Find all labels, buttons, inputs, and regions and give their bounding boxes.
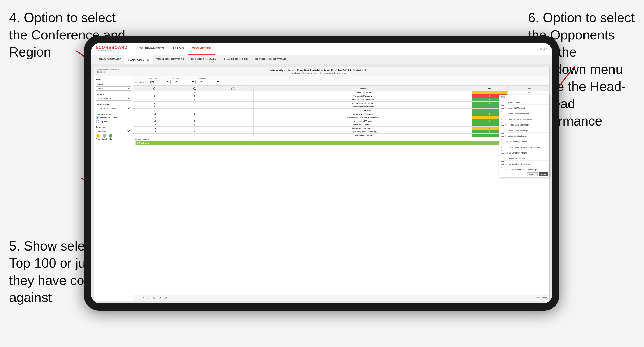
table-row[interactable]: 14 2 University of Oklahoma 2 2: [133, 127, 549, 130]
dropdown-item-text: 2. Auburn University: [505, 101, 524, 104]
cancel-button[interactable]: Cancel: [527, 172, 538, 176]
dropdown-item-text: 9. University of Arizona: [505, 135, 526, 137]
gender-dropdown[interactable]: Men's: [96, 86, 131, 91]
dropdown-item[interactable]: 8. University of Washington: [499, 127, 549, 133]
bottom-toolbar: ↩ ↪ ↻ ⊕ ⚙ ⏱ View: Original: [133, 295, 549, 301]
td-conf: [213, 112, 254, 116]
dropdown-item[interactable]: 10. University of Alabama: [499, 138, 549, 144]
td-win: 2: [472, 91, 508, 94]
table-row[interactable]: 11 6 University of Arkansas, Fayettevill…: [133, 116, 549, 119]
dropdown-item-text: 12. University of Virginia: [505, 152, 527, 154]
filters-row: Opponents: Conference (All) Region (: [133, 76, 549, 85]
dropdown-item[interactable]: 2. Auburn University: [499, 99, 549, 105]
tablet-screen: 5COREBOARD Powered by Cloud TOURNAMENTS …: [91, 43, 552, 303]
subnav-player-summary[interactable]: PLAYER SUMMARY: [188, 55, 220, 64]
nav-teams[interactable]: TEAMS: [168, 43, 188, 55]
td-rank: 14: [133, 127, 176, 130]
table-row[interactable]: 13 1 Texas Tech University 3 0: [133, 123, 549, 127]
td-reg: 4: [176, 130, 213, 134]
td-reg: 3: [176, 109, 213, 112]
table-row[interactable]: 3 2 Vanderbilt University 0 4: [133, 94, 549, 98]
nav-tournaments[interactable]: TOURNAMENTS: [135, 43, 169, 55]
th-reg: #Reg: [176, 86, 213, 91]
table-row[interactable]: 4 1 Arizona State University 5 1: [133, 98, 549, 102]
td-opponent: University of Washington: [254, 105, 472, 109]
td-conf: [213, 130, 254, 134]
opponent-filter-select[interactable]: (All): [198, 80, 220, 84]
td-reg: 2: [176, 127, 213, 130]
toolbar-redo[interactable]: ↪: [141, 296, 145, 300]
table-row[interactable]: 10 5 University of Alabama 3 0: [133, 112, 549, 116]
subnav-team-summary[interactable]: TEAM SUMMARY: [95, 55, 124, 64]
dropdown-item[interactable]: 12. University of Virginia: [499, 149, 549, 155]
td-conf: [213, 119, 254, 123]
td-opponent: Auburn University: [254, 91, 472, 94]
td-reg: 5: [176, 112, 213, 116]
subnav-team-h2h-grid[interactable]: TEAM H2H GRID: [124, 55, 153, 64]
top100-radio[interactable]: [96, 120, 99, 123]
conference-filter-select[interactable]: (All): [148, 80, 171, 84]
panel-body: Team Gender Men's Division NCAA Division…: [94, 76, 549, 301]
dropdown-item[interactable]: 6. Florida State University: [499, 121, 549, 127]
table-row[interactable]: 6 2 Florida State University 4 2: [133, 102, 549, 105]
td-loss: 1: [508, 91, 549, 94]
dropdown-item-text: 4. Arizona State University: [505, 113, 529, 115]
table-row[interactable]: 9 3 University of Arizona 1 0: [133, 109, 549, 112]
opponent-dropdown-overlay: (All)2. Auburn University3. Vanderbilt U…: [499, 95, 549, 177]
subnav-player-h2h-heatmap[interactable]: PLAYER H2H HEATMAP: [252, 55, 290, 64]
dropdown-item[interactable]: 11. University of Arkansas, Fayetteville: [499, 144, 549, 149]
subnav-player-h2h-grid[interactable]: PLAYER H2H GRID: [220, 55, 252, 64]
td-rank: 8: [133, 105, 176, 109]
toolbar-settings[interactable]: ⚙: [158, 296, 162, 300]
dropdown-item[interactable]: 3. Vanderbilt University: [499, 105, 549, 110]
dropdown-item[interactable]: 5. University of North Carolina: [499, 116, 549, 121]
toolbar-undo[interactable]: ↩: [135, 296, 139, 300]
td-rank: 12: [133, 119, 176, 123]
apply-button[interactable]: Apply: [539, 172, 548, 176]
td-conf: 1: [213, 91, 254, 94]
dropdown-item[interactable]: 14. University of Oklahoma: [499, 161, 549, 166]
division-dropdown[interactable]: NCAA Division I: [96, 96, 131, 101]
th-opponent: Opponent: [254, 86, 472, 91]
gender-label: Gender: [96, 83, 131, 86]
dropdown-buttons: CancelApply: [499, 171, 549, 177]
region-filter-label: Region: [173, 77, 196, 79]
toolbar-clock[interactable]: ⏱: [163, 296, 168, 300]
data-table-container[interactable]: #Rank #Reg #Conf Opponent Win Loss: [133, 85, 549, 295]
td-reg: 2: [176, 94, 213, 98]
nav-signout[interactable]: Sign out: [537, 47, 547, 50]
view-label: View: Original: [535, 297, 547, 299]
dropdown-item[interactable]: (All): [499, 95, 549, 99]
td-opponent: Arizona State University: [254, 98, 472, 102]
dropdown-item-text: 5. University of North Carolina: [505, 118, 533, 120]
dropdown-item[interactable]: 4. Arizona State University: [499, 110, 549, 116]
nav-committee[interactable]: COMMITTEE: [188, 43, 216, 55]
table-row[interactable]: 8 2 University of Washington 1 0: [133, 105, 549, 109]
td-rank: 3: [133, 94, 176, 98]
td-opponent: University of Virginia: [254, 119, 472, 123]
td-opponent: Texas Tech University: [254, 123, 472, 127]
division-label: Division: [96, 93, 131, 95]
toolbar-zoom[interactable]: ⊕: [152, 296, 156, 300]
table-row[interactable]: 2 1 1 Auburn University 2 1: [133, 91, 549, 94]
subnav-team-h2h-heatmap[interactable]: TEAM H2H HEATMAP: [153, 55, 188, 64]
dropdown-item-text: 8. University of Washington: [505, 129, 530, 132]
toolbar-refresh[interactable]: ↻: [146, 296, 151, 300]
dropdown-item[interactable]: 15. Georgia Institute of Technology: [499, 166, 549, 171]
th-rank: #Rank: [133, 86, 176, 91]
td-reg: 6: [176, 116, 213, 119]
opp-played-label: Opponents Played: [100, 117, 117, 119]
table-row[interactable]: 15 4 Georgia Institute of Technology 5 1: [133, 130, 549, 134]
opp-played-radio[interactable]: [96, 116, 99, 119]
table-row[interactable]: 12 3 University of Virginia 1 0: [133, 119, 549, 123]
th-conf: #Conf: [213, 86, 254, 91]
dropdown-item[interactable]: 9. University of Arizona: [499, 133, 549, 138]
colour-dropdown[interactable]: Win/loss: [96, 129, 131, 133]
td-conf: [213, 134, 254, 137]
region-filter-select[interactable]: (All): [173, 80, 196, 84]
td-opponent: University of Arizona: [254, 109, 472, 112]
td-opponent: University of Florida: [254, 134, 472, 137]
school-dropdown[interactable]: 1. University of Nort...: [96, 106, 131, 110]
table-row[interactable]: 16 2 University of Florida 1: [133, 134, 549, 137]
dropdown-item[interactable]: 13. Texas Tech University: [499, 155, 549, 161]
